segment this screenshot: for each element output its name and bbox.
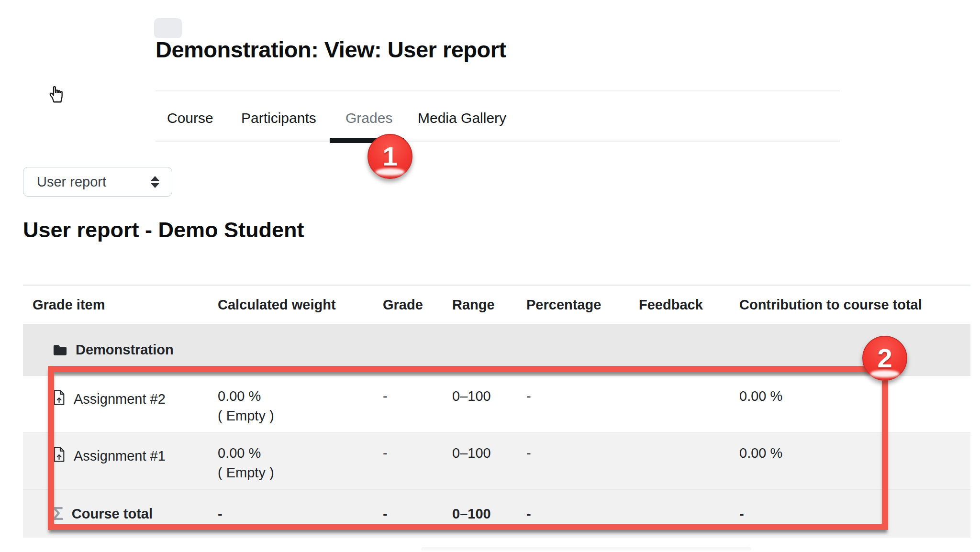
breadcrumb-placeholder xyxy=(154,18,182,38)
table-header-row: Grade item Calculated weight Grade Range… xyxy=(23,286,970,324)
bottom-divider xyxy=(421,547,751,552)
header-contribution: Contribution to course total xyxy=(739,297,970,313)
course-tab-bar: Course Participants Grades Media Gallery xyxy=(0,100,980,144)
header-range: Range xyxy=(452,297,526,313)
header-grade: Grade xyxy=(383,297,452,313)
grader-report-page: Demonstration: View: User report Course … xyxy=(0,0,980,552)
tab-course[interactable]: Course xyxy=(165,106,215,130)
annotation-badge-2: 2 xyxy=(862,336,907,381)
page-title: Demonstration: View: User report xyxy=(156,36,506,63)
tabs-divider xyxy=(156,141,840,142)
annotation-badge-1-number: 1 xyxy=(382,143,397,170)
header-calculated-weight: Calculated weight xyxy=(218,297,383,313)
folder-icon xyxy=(53,344,67,356)
tab-participants[interactable]: Participants xyxy=(239,106,318,130)
annotation-rectangle-2 xyxy=(48,366,888,530)
tab-media-gallery[interactable]: Media Gallery xyxy=(416,106,508,130)
annotation-badge-1: 1 xyxy=(368,134,412,179)
report-select-value: User report xyxy=(37,174,106,190)
section-heading: User report - Demo Student xyxy=(23,218,304,243)
tab-grades[interactable]: Grades xyxy=(344,106,394,130)
header-grade-item: Grade item xyxy=(23,297,218,313)
annotation-badge-2-number: 2 xyxy=(877,345,892,372)
cell-grade-item: Demonstration xyxy=(23,342,218,358)
header-percentage: Percentage xyxy=(526,297,639,313)
select-arrows-icon xyxy=(151,176,159,188)
title-divider xyxy=(156,90,840,91)
report-select[interactable]: User report xyxy=(23,167,172,197)
category-name: Demonstration xyxy=(76,342,174,358)
header-feedback: Feedback xyxy=(639,297,739,313)
